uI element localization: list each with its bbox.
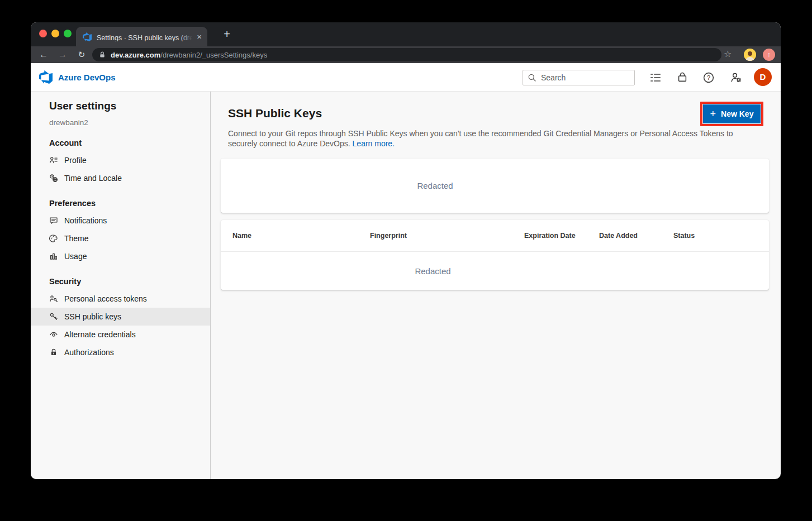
chrome-profile-avatar[interactable]: [744, 49, 756, 61]
minimize-window-button[interactable]: [51, 30, 59, 37]
reload-icon[interactable]: ↻: [75, 48, 88, 61]
sidebar-item-label: Personal access tokens: [64, 294, 147, 303]
table-header-row: Name Fingerprint Expiration Date Date Ad…: [221, 220, 769, 252]
azure-devops-logo: [39, 70, 53, 84]
traffic-lights: [39, 30, 72, 37]
sidebar-item-label: Alternate credentials: [64, 330, 136, 339]
main-content: SSH Public Keys + New Key Connect to you…: [211, 92, 781, 479]
url-text: dev.azure.com/drewbanin2/_usersSettings/…: [111, 51, 267, 59]
lock-icon: [98, 51, 106, 59]
theme-palette-icon: [49, 234, 58, 243]
table-body: Redacted: [221, 252, 769, 290]
ssh-keys-table-card: Name Fingerprint Expiration Date Date Ad…: [221, 220, 769, 290]
browser-toolbar: ← → ↻ dev.azure.com/drewbanin2/_usersSet…: [31, 46, 781, 63]
column-header-status: Status: [673, 232, 769, 240]
sidebar-item-personal-access-tokens[interactable]: Personal access tokens: [31, 290, 210, 308]
time-locale-icon: [49, 174, 58, 183]
work-items-icon[interactable]: [649, 71, 662, 84]
usage-chart-icon: [49, 252, 58, 261]
search-input[interactable]: [541, 73, 625, 82]
column-header-name: Name: [232, 232, 370, 240]
browser-update-icon[interactable]: ↑: [763, 49, 775, 61]
page-description: Connect to your Git repos through SSH Pu…: [228, 128, 752, 149]
sidebar-item-label: Notifications: [64, 216, 107, 225]
alternate-credentials-icon: [49, 330, 58, 339]
section-label-preferences: Preferences: [31, 199, 210, 208]
redacted-banner-card: Redacted: [221, 159, 769, 213]
close-window-button[interactable]: [39, 30, 47, 37]
sidebar-item-time-and-locale[interactable]: Time and Locale: [31, 169, 210, 187]
sidebar-item-profile[interactable]: Profile: [31, 151, 210, 169]
column-header-date-added: Date Added: [599, 232, 673, 240]
search-icon: [528, 73, 536, 82]
sidebar-item-label: Profile: [64, 156, 87, 165]
personal-access-tokens-icon: [49, 294, 58, 303]
url-domain: dev.azure.com: [111, 51, 160, 59]
browser-tab[interactable]: Settings · SSH public keys (dre ×: [76, 27, 207, 46]
new-key-label: New Key: [721, 109, 753, 118]
sidebar-item-alternate-credentials[interactable]: Alternate credentials: [31, 326, 210, 343]
zoom-window-button[interactable]: [64, 30, 72, 37]
sidebar-item-notifications[interactable]: Notifications: [31, 212, 210, 230]
tab-title-fade: [180, 32, 194, 41]
page-title: User settings: [31, 100, 210, 112]
learn-more-link[interactable]: Learn more.: [353, 139, 395, 148]
redacted-text: Redacted: [415, 266, 450, 276]
help-glyph: ?: [707, 74, 710, 81]
authorizations-lock-icon: [49, 348, 58, 357]
browser-window: Settings · SSH public keys (dre × + ← → …: [31, 22, 781, 479]
section-label-security: Security: [31, 277, 210, 286]
sidebar: User settings drewbanin2 Account Profile…: [31, 92, 211, 479]
main-title: SSH Public Keys: [228, 106, 781, 121]
sidebar-item-label: Usage: [64, 252, 87, 261]
sidebar-item-theme[interactable]: Theme: [31, 230, 210, 247]
page-body: User settings drewbanin2 Account Profile…: [31, 92, 781, 479]
sidebar-item-label: SSH public keys: [64, 312, 121, 321]
column-header-expiration-date: Expiration Date: [524, 232, 599, 240]
marketplace-bag-icon[interactable]: [676, 71, 688, 84]
sidebar-item-label: Authorizations: [64, 348, 114, 357]
profile-icon: [49, 156, 58, 165]
sidebar-item-label: Time and Locale: [64, 174, 122, 183]
tab-strip: Settings · SSH public keys (dre × +: [31, 22, 781, 46]
url-path: /drewbanin2/_usersSettings/keys: [160, 51, 267, 59]
sidebar-item-usage[interactable]: Usage: [31, 247, 210, 265]
app-header: Azure DevOps: [31, 63, 781, 92]
profile-avatar-figure: [744, 49, 756, 61]
sidebar-item-ssh-public-keys[interactable]: SSH public keys: [31, 308, 210, 326]
tab-title-wrap: Settings · SSH public keys (dre: [97, 32, 194, 41]
column-header-fingerprint: Fingerprint: [370, 232, 524, 240]
new-tab-button[interactable]: +: [220, 27, 234, 42]
description-text: Connect to your Git repos through SSH Pu…: [228, 129, 733, 148]
brand[interactable]: Azure DevOps: [39, 70, 116, 84]
new-key-button[interactable]: + New Key: [703, 104, 761, 123]
tab-title: Settings · SSH public keys (dre: [97, 34, 193, 41]
plus-icon: +: [710, 109, 716, 119]
brand-label: Azure DevOps: [58, 73, 116, 82]
tab-close-icon[interactable]: ×: [197, 32, 202, 41]
ssh-public-keys-icon: [49, 312, 58, 321]
screenshot-stage: Settings · SSH public keys (dre × + ← → …: [0, 0, 812, 521]
search-box[interactable]: [523, 70, 635, 85]
notifications-icon: [49, 216, 58, 225]
bookmark-star-icon[interactable]: ☆: [724, 49, 732, 59]
sidebar-item-authorizations[interactable]: Authorizations: [31, 343, 210, 361]
back-icon[interactable]: ←: [37, 48, 50, 61]
help-icon[interactable]: ?: [702, 71, 715, 84]
redacted-text: Redacted: [417, 181, 453, 190]
user-settings-gear-icon[interactable]: [730, 71, 742, 84]
annotation-highlight: + New Key: [700, 102, 763, 126]
azure-devops-favicon: [83, 32, 92, 41]
forward-icon[interactable]: →: [56, 48, 69, 61]
user-avatar[interactable]: D: [754, 68, 772, 86]
account-name: drewbanin2: [31, 118, 210, 127]
section-label-account: Account: [31, 138, 210, 147]
sidebar-item-label: Theme: [64, 234, 89, 243]
address-bar[interactable]: dev.azure.com/drewbanin2/_usersSettings/…: [92, 48, 721, 61]
